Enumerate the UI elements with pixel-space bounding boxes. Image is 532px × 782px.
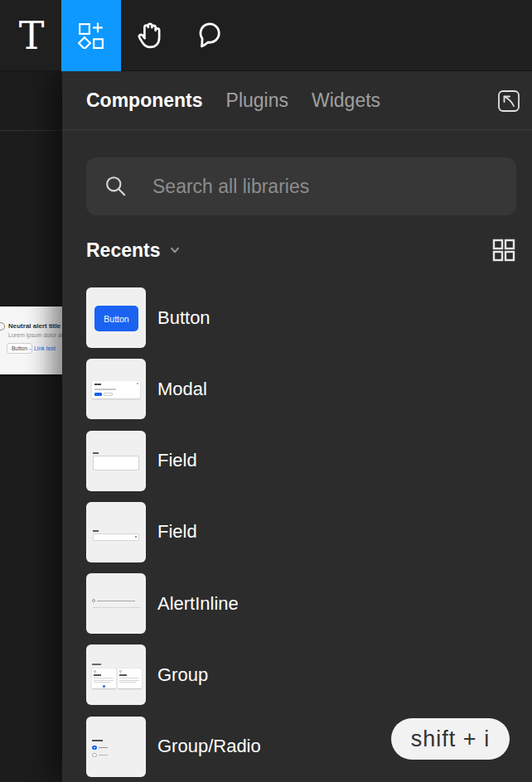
- hand-icon: [135, 20, 167, 51]
- component-label: Field: [157, 521, 197, 543]
- component-item-group[interactable]: Group: [86, 644, 516, 705]
- text-tool-button[interactable]: T: [2, 0, 61, 71]
- popout-panel-button[interactable]: [496, 88, 522, 114]
- tab-components[interactable]: Components: [86, 89, 203, 112]
- figma-app-window: Neutral alert title Lorem ipsum dolor am…: [0, 0, 532, 782]
- search-icon: [104, 175, 128, 198]
- component-thumbnail: [86, 431, 146, 491]
- group-radio-preview: [92, 740, 103, 741]
- component-thumbnail: [86, 502, 146, 562]
- components-panel: Components Plugins Widgets Recents: [62, 71, 532, 782]
- field-preview: [93, 452, 99, 454]
- panel-header: Components Plugins Widgets: [62, 71, 532, 130]
- search-bar: [86, 157, 516, 215]
- search-input[interactable]: [152, 176, 516, 198]
- component-thumbnail: [86, 717, 146, 777]
- hand-tool-button[interactable]: [121, 0, 181, 71]
- component-thumbnail: [86, 359, 146, 419]
- component-label: Field: [157, 450, 197, 471]
- component-item-field[interactable]: Field: [86, 431, 516, 491]
- component-item-field-2[interactable]: Field: [86, 502, 516, 562]
- component-label: Modal: [157, 379, 207, 400]
- component-list: Button Button Modal Field: [86, 287, 516, 777]
- comments-tool-button[interactable]: [181, 0, 240, 71]
- field-select-preview: [93, 530, 99, 532]
- alert-title: Neutral alert title: [8, 322, 60, 330]
- components-tool-button[interactable]: [61, 0, 121, 71]
- info-icon: [0, 322, 5, 331]
- section-title: Recents: [86, 239, 160, 262]
- grid-view-icon: [491, 238, 516, 263]
- chevron-down-icon: [168, 244, 181, 257]
- comment-bubble-icon: [196, 21, 225, 51]
- tab-plugins[interactable]: Plugins: [226, 89, 288, 112]
- component-label: Group/Radio: [157, 736, 261, 757]
- component-item-button[interactable]: Button Button: [86, 287, 516, 348]
- modal-preview: [92, 381, 140, 398]
- alert-inline-preview: [92, 599, 95, 602]
- component-thumbnail: [86, 573, 146, 634]
- component-label: Button: [157, 307, 210, 329]
- component-thumbnail: Button: [86, 287, 146, 348]
- open-in-window-icon: [496, 89, 521, 113]
- group-preview: [92, 664, 101, 665]
- component-item-modal[interactable]: Modal: [86, 359, 516, 419]
- recents-dropdown[interactable]: Recents: [86, 239, 181, 262]
- toolbar: T: [0, 0, 532, 71]
- grid-view-toggle[interactable]: [491, 238, 516, 263]
- component-label: AlertInline: [157, 593, 239, 615]
- component-thumbnail: [86, 644, 146, 705]
- section-row: Recents: [86, 235, 516, 265]
- components-icon: [78, 22, 104, 49]
- text-icon: T: [19, 17, 45, 55]
- component-item-alertinline[interactable]: AlertInline: [86, 573, 516, 634]
- component-label: Group: [157, 664, 208, 686]
- shortcut-badge: shift + i: [391, 718, 510, 760]
- tab-widgets[interactable]: Widgets: [312, 89, 380, 112]
- panel-tabs: Components Plugins Widgets: [86, 89, 380, 112]
- button-preview: Button: [94, 306, 138, 331]
- alert-link: → Link text: [27, 345, 56, 351]
